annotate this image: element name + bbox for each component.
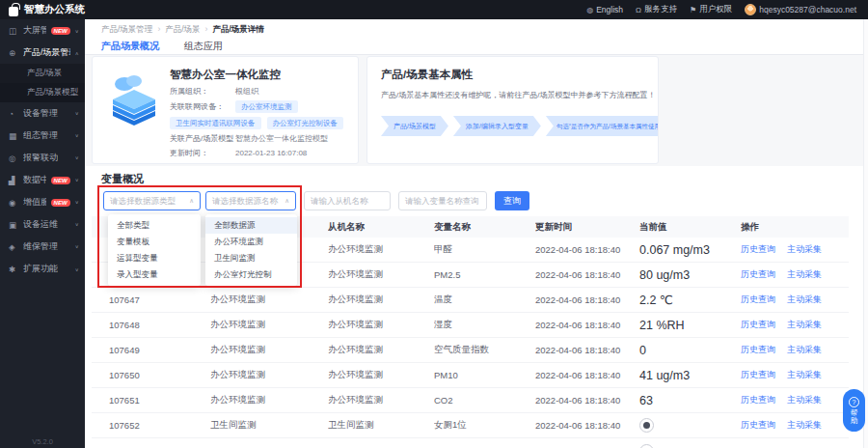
history-query-link[interactable]: 历史查询 bbox=[741, 268, 775, 281]
current-value: 21 %RH bbox=[639, 319, 741, 332]
updated-value: 2022-01-23 16:07:08 bbox=[235, 149, 307, 157]
org-value: 根组织 bbox=[235, 86, 258, 97]
current-value: 80 ug/m3 bbox=[639, 268, 741, 282]
help-button[interactable]: ? 帮助 bbox=[843, 389, 865, 432]
active-collect-link[interactable]: 主动采集 bbox=[787, 394, 822, 406]
language-label: English bbox=[596, 5, 623, 14]
datasource-name-menu: 全部数据源 办公环境监测 卫生间监测 办公室灯光控制 bbox=[205, 214, 297, 286]
menu-item-computed-variable[interactable]: 运算型变量 bbox=[108, 250, 201, 266]
history-query-link[interactable]: 历史查询 bbox=[741, 344, 775, 356]
org-label: 所属组织： bbox=[170, 86, 235, 97]
menu-item-input-variable[interactable]: 录入型变量 bbox=[108, 266, 201, 283]
workflow-step: 产品/场景模型 bbox=[381, 116, 448, 136]
screen-icon: ◫ bbox=[9, 26, 18, 36]
help-label: 帮助 bbox=[850, 409, 858, 425]
col-header-ops: 操作 bbox=[741, 221, 849, 234]
menu-item-restroom[interactable]: 卫生间监测 bbox=[205, 250, 297, 266]
slave-name-input[interactable]: 请输入从机名称 bbox=[304, 191, 391, 210]
sidebar-item-device-mgmt[interactable]: ◔ 设备管理 ∨ bbox=[0, 102, 85, 125]
alarm-icon: ◎ bbox=[9, 154, 18, 163]
chevron-down-icon: ∨ bbox=[75, 266, 79, 272]
sidebar-item-product-scene-mgmt[interactable]: ⊕ 产品/场景管理 ∧ bbox=[0, 42, 85, 64]
device-tag[interactable]: 办公室环境监测 bbox=[235, 100, 298, 113]
sidebar-item-alarm-linkage[interactable]: ◎ 报警联动 ∨ bbox=[0, 147, 85, 169]
language-switch[interactable]: ◍ English bbox=[586, 5, 623, 14]
active-collect-link[interactable]: 主动采集 bbox=[787, 369, 822, 381]
datasource-type-select[interactable]: 请选择数据源类型 ∧ bbox=[103, 191, 201, 210]
model-label: 关联产品/场景模型： bbox=[170, 133, 235, 144]
box-icon: ▣ bbox=[9, 220, 18, 230]
breadcrumb-product-scene[interactable]: 产品/场景 bbox=[165, 24, 200, 36]
history-query-link[interactable]: 历史查询 bbox=[741, 319, 775, 331]
workflow-step: 勾选“是否作为产品/场景基本属性使用”按钮 bbox=[546, 116, 659, 136]
sidebar-item-screen-mgmt[interactable]: ◫ 大屏管理 NEW ∨ bbox=[0, 19, 85, 42]
history-query-link[interactable]: 历史查询 bbox=[741, 419, 775, 432]
chevron-up-icon: ∧ bbox=[75, 50, 79, 56]
variables-panel: 变量概况 请选择数据源类型 ∧ 请选择数据源名称 ∧ 请输入从机名称 请输入变量… bbox=[85, 166, 868, 448]
chevron-down-icon: ∨ bbox=[75, 133, 79, 139]
permission-label: 用户权限 bbox=[699, 4, 732, 15]
workflow-step: 添加/编辑录入型变量 bbox=[453, 116, 541, 136]
sidebar-item-config-mgmt[interactable]: ▦ 组态管理 ∨ bbox=[0, 125, 85, 147]
active-collect-link[interactable]: 主动采集 bbox=[787, 344, 822, 356]
scrollbar-track[interactable] bbox=[863, 19, 868, 448]
permission-menu[interactable]: ⚑ 用户权限 bbox=[690, 4, 732, 15]
support-label: 服务支持 bbox=[644, 4, 677, 15]
active-collect-link[interactable]: 主动采集 bbox=[787, 268, 822, 281]
gear-icon: ✱ bbox=[9, 265, 18, 274]
overview-card-body: 智慧办公室一体化监控 所属组织： 根组织 关联联网设备： 办公室环境监测 卫生间… bbox=[170, 57, 349, 163]
brand: 智慧办公系统 bbox=[0, 3, 85, 16]
active-collect-link[interactable]: 主动采集 bbox=[787, 419, 822, 432]
search-button[interactable]: 查询 bbox=[495, 191, 529, 210]
menu-item-all-types[interactable]: 全部类型 bbox=[108, 217, 201, 234]
top-bar: 智慧办公系统 ◍ English Ω 服务支持 ⚑ 用户权限 hqesyc052… bbox=[0, 0, 868, 19]
support-menu[interactable]: Ω 服务支持 bbox=[636, 4, 677, 15]
workflow-steps: 产品/场景模型 添加/编辑录入型变量 勾选“是否作为产品/场景基本属性使用”按钮 bbox=[381, 116, 648, 136]
active-collect-link[interactable]: 主动采集 bbox=[787, 243, 822, 256]
radio-dot bbox=[643, 422, 650, 429]
breadcrumb-product-scene-mgmt[interactable]: 产品/场景管理 bbox=[101, 24, 152, 36]
shield-icon: ◈ bbox=[9, 242, 18, 252]
radio-indicator[interactable] bbox=[639, 418, 654, 433]
history-query-link[interactable]: 历史查询 bbox=[741, 394, 775, 406]
sidebar-item-data-center[interactable]: ▟ 数据中心 NEW ∨ bbox=[0, 169, 85, 191]
datasource-name-select[interactable]: 请选择数据源名称 ∧ bbox=[205, 191, 296, 210]
user-email: hqesyc05287@chacuo.net bbox=[759, 5, 856, 14]
variable-name-input[interactable]: 请输入变量名称查询 bbox=[398, 191, 487, 210]
sidebar-item-maintenance-mgmt[interactable]: ◈ 维保管理 ∨ bbox=[0, 236, 85, 258]
menu-item-office-light[interactable]: 办公室灯光控制 bbox=[205, 266, 297, 283]
bar-chart-icon: ▟ bbox=[9, 176, 18, 185]
radio-indicator[interactable] bbox=[639, 444, 654, 448]
active-collect-link[interactable]: 主动采集 bbox=[787, 294, 822, 306]
breadcrumb-current: 产品/场景详情 bbox=[212, 24, 263, 36]
history-query-link[interactable]: 历史查询 bbox=[741, 243, 775, 256]
col-header-slave: 从机名称 bbox=[328, 221, 434, 234]
main-content: 产品/场景管理 › 产品/场景 › 产品/场景详情 产品场景概况 组态应用 bbox=[85, 19, 868, 448]
current-value: 2.2 ℃ bbox=[639, 293, 741, 307]
sidebar-item-product-scene-model[interactable]: 产品/场景模型 bbox=[0, 83, 85, 102]
avatar bbox=[745, 4, 756, 15]
menu-item-variable-template[interactable]: 变量模板 bbox=[108, 234, 201, 250]
chevron-down-icon: ∨ bbox=[75, 111, 79, 117]
history-query-link[interactable]: 历史查询 bbox=[741, 369, 775, 381]
device-tag[interactable]: 办公室灯光控制设备 bbox=[267, 117, 344, 129]
device-tag[interactable]: 卫生间实时通讯联网设备 bbox=[170, 117, 261, 129]
sidebar-item-product-scene[interactable]: 产品/场景 bbox=[0, 64, 85, 83]
table-row-partial bbox=[92, 438, 849, 448]
active-collect-link[interactable]: 主动采集 bbox=[787, 319, 822, 331]
table-row: 107648 办公环境监测 办公环境监测 湿度 2022-04-06 18:18… bbox=[92, 313, 849, 338]
overview-card: 智慧办公室一体化监控 所属组织： 根组织 关联联网设备： 办公室环境监测 卫生间… bbox=[92, 56, 359, 164]
current-value: 0 bbox=[639, 344, 741, 357]
history-query-link[interactable]: 历史查询 bbox=[741, 294, 775, 306]
user-account[interactable]: hqesyc05287@chacuo.net bbox=[745, 4, 856, 15]
table-row: 107647 办公环境监测 办公环境监测 温度 2022-04-06 18:18… bbox=[92, 288, 849, 313]
menu-item-all-datasources[interactable]: 全部数据源 bbox=[205, 217, 297, 234]
sidebar-item-value-added-services[interactable]: ◉ 增值服务 NEW ∨ bbox=[0, 191, 85, 213]
app-logo-icon bbox=[9, 7, 18, 16]
table-row: 107649 办公环境监测 办公环境监测 空气质量指数 2022-04-06 1… bbox=[92, 338, 849, 363]
sidebar-item-device-ops[interactable]: ▣ 设备运维 ∨ bbox=[0, 213, 85, 236]
current-value: 41 ug/m3 bbox=[639, 369, 741, 382]
chevron-down-icon: ∨ bbox=[75, 244, 79, 250]
menu-item-office-env[interactable]: 办公环境监测 bbox=[205, 234, 297, 250]
sidebar-item-extensions[interactable]: ✱ 扩展功能 ∨ bbox=[0, 258, 85, 280]
